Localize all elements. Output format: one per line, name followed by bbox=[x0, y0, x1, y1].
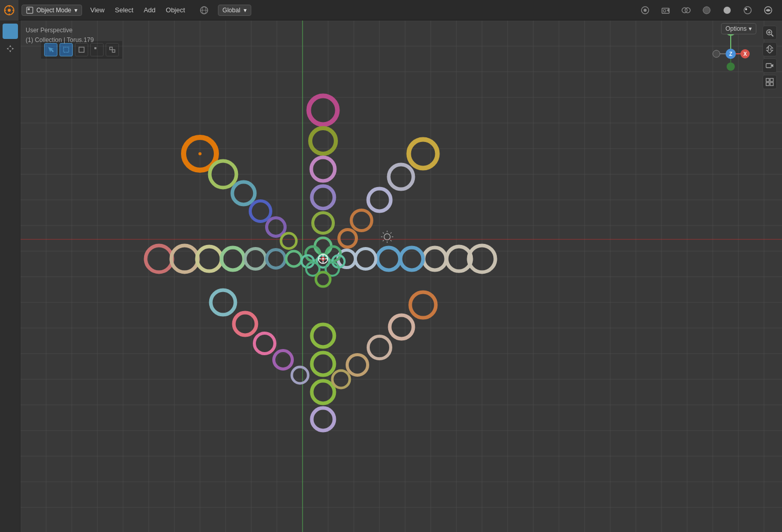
toolbar-left bbox=[0, 21, 21, 532]
svg-text:Z: Z bbox=[729, 51, 732, 57]
svg-rect-166 bbox=[766, 83, 769, 86]
svg-text:X: X bbox=[744, 51, 747, 57]
camera-icon[interactable] bbox=[657, 0, 674, 21]
svg-point-1 bbox=[8, 9, 11, 12]
svg-point-108 bbox=[146, 245, 172, 272]
svg-point-83 bbox=[312, 186, 334, 209]
svg-point-110 bbox=[197, 247, 222, 271]
svg-point-19 bbox=[724, 7, 731, 14]
svg-point-111 bbox=[222, 248, 244, 270]
svg-point-106 bbox=[267, 218, 285, 236]
view-menu[interactable]: View bbox=[85, 0, 110, 21]
svg-point-90 bbox=[389, 165, 413, 189]
svg-marker-169 bbox=[7, 48, 14, 50]
svg-point-81 bbox=[310, 128, 336, 154]
select-menu[interactable]: Select bbox=[110, 0, 138, 21]
svg-point-80 bbox=[309, 96, 337, 125]
svg-point-116 bbox=[390, 315, 413, 339]
scene-svg bbox=[21, 21, 782, 532]
svg-marker-14 bbox=[667, 8, 669, 12]
move-tool[interactable] bbox=[3, 41, 18, 56]
svg-point-124 bbox=[292, 367, 308, 383]
transform-icon[interactable] bbox=[195, 0, 213, 21]
mode-label: Object Mode bbox=[36, 7, 71, 14]
svg-point-97 bbox=[400, 248, 423, 270]
zoom-in-tool[interactable] bbox=[763, 26, 777, 40]
svg-line-160 bbox=[771, 34, 773, 36]
viewport-3d[interactable]: // Will be generated by JS below User Pe… bbox=[21, 21, 782, 532]
svg-point-21 bbox=[745, 8, 747, 10]
svg-point-122 bbox=[254, 333, 275, 354]
svg-point-118 bbox=[347, 355, 368, 375]
svg-rect-7 bbox=[28, 8, 30, 10]
svg-point-107 bbox=[281, 233, 296, 249]
shading-render-icon[interactable] bbox=[759, 0, 777, 21]
svg-point-115 bbox=[410, 292, 436, 318]
svg-point-114 bbox=[286, 251, 302, 267]
svg-marker-168 bbox=[9, 45, 11, 52]
object-mode-selector[interactable]: Object Mode ▾ bbox=[22, 5, 82, 16]
shading-solid-icon[interactable] bbox=[718, 0, 736, 21]
camera-view-tool[interactable] bbox=[763, 58, 777, 73]
svg-point-113 bbox=[267, 250, 285, 268]
svg-point-112 bbox=[245, 249, 266, 269]
toolbar-right bbox=[763, 26, 777, 89]
overlay-icon[interactable] bbox=[677, 0, 695, 21]
add-menu[interactable]: Add bbox=[138, 0, 161, 21]
svg-point-96 bbox=[424, 248, 446, 270]
svg-point-89 bbox=[409, 139, 437, 168]
svg-point-98 bbox=[377, 248, 400, 270]
svg-point-99 bbox=[355, 249, 376, 269]
app-icon[interactable] bbox=[0, 0, 18, 21]
svg-point-15 bbox=[664, 9, 666, 12]
svg-point-125 bbox=[315, 238, 331, 254]
pan-tool[interactable] bbox=[763, 42, 777, 56]
svg-point-104 bbox=[232, 182, 255, 204]
svg-rect-165 bbox=[770, 78, 773, 81]
svg-line-142 bbox=[383, 233, 384, 234]
svg-point-20 bbox=[744, 7, 751, 14]
svg-line-145 bbox=[390, 240, 391, 241]
transform-label: Global bbox=[223, 7, 240, 14]
top-menubar: Object Mode ▾ View Select Add Object Glo… bbox=[0, 0, 782, 21]
transform-global-selector[interactable]: Global ▾ bbox=[218, 5, 251, 16]
svg-point-87 bbox=[312, 381, 334, 403]
options-button[interactable]: Options ▾ bbox=[721, 23, 756, 34]
svg-rect-163 bbox=[766, 64, 771, 68]
svg-line-146 bbox=[383, 240, 384, 241]
svg-point-82 bbox=[311, 157, 335, 181]
svg-point-121 bbox=[234, 313, 256, 335]
cursor-tool[interactable] bbox=[3, 24, 18, 39]
svg-rect-164 bbox=[766, 78, 769, 81]
svg-line-141 bbox=[390, 233, 391, 234]
svg-point-86 bbox=[312, 353, 334, 375]
svg-point-18 bbox=[703, 7, 710, 14]
svg-point-12 bbox=[644, 9, 647, 12]
shading-wire-icon[interactable] bbox=[698, 0, 715, 21]
svg-point-88 bbox=[312, 408, 334, 431]
shading-material-icon[interactable] bbox=[739, 0, 756, 21]
svg-rect-167 bbox=[770, 83, 773, 86]
svg-point-92 bbox=[351, 210, 372, 231]
grid-view-tool[interactable] bbox=[763, 75, 777, 89]
render-icon[interactable] bbox=[636, 0, 654, 21]
svg-point-157 bbox=[727, 63, 735, 71]
svg-point-84 bbox=[313, 213, 333, 233]
svg-point-102 bbox=[198, 152, 202, 155]
svg-point-138 bbox=[384, 234, 390, 240]
svg-point-105 bbox=[250, 201, 271, 221]
svg-point-17 bbox=[685, 8, 690, 13]
svg-point-123 bbox=[274, 351, 292, 369]
svg-point-85 bbox=[312, 324, 334, 347]
svg-point-109 bbox=[171, 245, 198, 272]
svg-point-155 bbox=[713, 50, 720, 57]
object-menu[interactable]: Object bbox=[161, 0, 190, 21]
